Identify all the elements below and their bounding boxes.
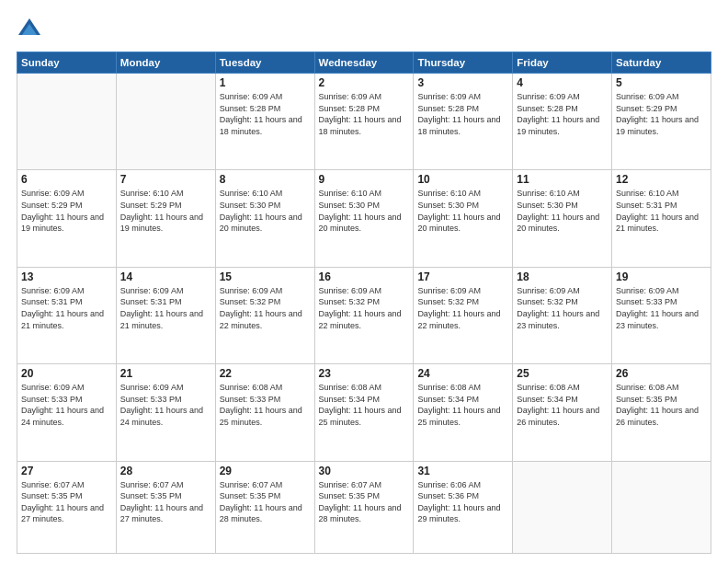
day-cell: 25Sunrise: 6:08 AM Sunset: 5:34 PM Dayli… bbox=[513, 364, 612, 461]
day-cell: 30Sunrise: 6:07 AM Sunset: 5:35 PM Dayli… bbox=[314, 461, 414, 553]
day-info: Sunrise: 6:10 AM Sunset: 5:30 PM Dayligh… bbox=[220, 188, 311, 234]
day-info: Sunrise: 6:09 AM Sunset: 5:33 PM Dayligh… bbox=[616, 285, 707, 331]
day-info: Sunrise: 6:09 AM Sunset: 5:28 PM Dayligh… bbox=[220, 91, 311, 137]
day-info: Sunrise: 6:10 AM Sunset: 5:31 PM Dayligh… bbox=[616, 188, 707, 234]
weekday-header-tuesday: Tuesday bbox=[215, 52, 314, 74]
day-info: Sunrise: 6:08 AM Sunset: 5:34 PM Dayligh… bbox=[417, 382, 508, 428]
day-number: 15 bbox=[220, 270, 311, 283]
day-number: 10 bbox=[417, 173, 508, 186]
day-number: 25 bbox=[517, 367, 608, 380]
day-cell: 6Sunrise: 6:09 AM Sunset: 5:29 PM Daylig… bbox=[17, 170, 117, 267]
calendar-table: SundayMondayTuesdayWednesdayThursdayFrid… bbox=[17, 52, 711, 554]
day-info: Sunrise: 6:09 AM Sunset: 5:33 PM Dayligh… bbox=[120, 382, 211, 428]
day-info: Sunrise: 6:09 AM Sunset: 5:28 PM Dayligh… bbox=[517, 91, 608, 137]
day-info: Sunrise: 6:09 AM Sunset: 5:32 PM Dayligh… bbox=[220, 285, 311, 331]
week-row-3: 13Sunrise: 6:09 AM Sunset: 5:31 PM Dayli… bbox=[17, 267, 711, 363]
day-cell: 7Sunrise: 6:10 AM Sunset: 5:29 PM Daylig… bbox=[116, 170, 215, 267]
day-cell: 1Sunrise: 6:09 AM Sunset: 5:28 PM Daylig… bbox=[215, 74, 314, 170]
day-cell: 18Sunrise: 6:09 AM Sunset: 5:32 PM Dayli… bbox=[513, 267, 612, 363]
day-number: 12 bbox=[616, 173, 707, 186]
day-cell: 12Sunrise: 6:10 AM Sunset: 5:31 PM Dayli… bbox=[612, 170, 711, 267]
day-number: 9 bbox=[319, 173, 410, 186]
day-info: Sunrise: 6:08 AM Sunset: 5:34 PM Dayligh… bbox=[517, 382, 608, 428]
day-info: Sunrise: 6:10 AM Sunset: 5:29 PM Dayligh… bbox=[120, 188, 211, 234]
day-info: Sunrise: 6:08 AM Sunset: 5:34 PM Dayligh… bbox=[319, 382, 410, 428]
weekday-header-friday: Friday bbox=[513, 52, 612, 74]
day-info: Sunrise: 6:09 AM Sunset: 5:32 PM Dayligh… bbox=[417, 285, 508, 331]
day-info: Sunrise: 6:08 AM Sunset: 5:35 PM Dayligh… bbox=[616, 382, 707, 428]
day-info: Sunrise: 6:06 AM Sunset: 5:36 PM Dayligh… bbox=[417, 479, 508, 525]
day-number: 4 bbox=[517, 76, 608, 89]
day-cell: 15Sunrise: 6:09 AM Sunset: 5:32 PM Dayli… bbox=[215, 267, 314, 363]
day-info: Sunrise: 6:10 AM Sunset: 5:30 PM Dayligh… bbox=[319, 188, 410, 234]
day-number: 17 bbox=[417, 270, 508, 283]
week-row-2: 6Sunrise: 6:09 AM Sunset: 5:29 PM Daylig… bbox=[17, 170, 711, 267]
day-cell: 9Sunrise: 6:10 AM Sunset: 5:30 PM Daylig… bbox=[314, 170, 414, 267]
day-info: Sunrise: 6:09 AM Sunset: 5:28 PM Dayligh… bbox=[319, 91, 410, 137]
weekday-header-wednesday: Wednesday bbox=[314, 52, 414, 74]
day-number: 16 bbox=[319, 270, 410, 283]
day-number: 18 bbox=[517, 270, 608, 283]
logo bbox=[17, 17, 46, 42]
day-number: 30 bbox=[319, 465, 410, 477]
day-number: 2 bbox=[319, 76, 410, 89]
day-number: 31 bbox=[417, 465, 508, 477]
day-cell bbox=[513, 461, 612, 553]
weekday-header-thursday: Thursday bbox=[414, 52, 513, 74]
week-row-1: 1Sunrise: 6:09 AM Sunset: 5:28 PM Daylig… bbox=[17, 74, 711, 170]
day-number: 7 bbox=[120, 173, 211, 186]
header bbox=[17, 17, 711, 42]
day-info: Sunrise: 6:07 AM Sunset: 5:35 PM Dayligh… bbox=[21, 479, 112, 525]
day-number: 22 bbox=[220, 367, 311, 380]
day-number: 29 bbox=[220, 465, 311, 477]
weekday-header-saturday: Saturday bbox=[612, 52, 711, 74]
day-info: Sunrise: 6:09 AM Sunset: 5:33 PM Dayligh… bbox=[21, 382, 112, 428]
day-cell: 20Sunrise: 6:09 AM Sunset: 5:33 PM Dayli… bbox=[17, 364, 117, 461]
day-number: 5 bbox=[616, 76, 707, 89]
day-cell: 29Sunrise: 6:07 AM Sunset: 5:35 PM Dayli… bbox=[215, 461, 314, 553]
day-number: 26 bbox=[616, 367, 707, 380]
day-info: Sunrise: 6:09 AM Sunset: 5:31 PM Dayligh… bbox=[21, 285, 112, 331]
day-cell: 31Sunrise: 6:06 AM Sunset: 5:36 PM Dayli… bbox=[414, 461, 513, 553]
day-number: 8 bbox=[220, 173, 311, 186]
day-info: Sunrise: 6:10 AM Sunset: 5:30 PM Dayligh… bbox=[517, 188, 608, 234]
week-row-4: 20Sunrise: 6:09 AM Sunset: 5:33 PM Dayli… bbox=[17, 364, 711, 461]
page: SundayMondayTuesdayWednesdayThursdayFrid… bbox=[0, 0, 728, 563]
day-cell bbox=[116, 74, 215, 170]
day-cell: 14Sunrise: 6:09 AM Sunset: 5:31 PM Dayli… bbox=[116, 267, 215, 363]
day-number: 21 bbox=[120, 367, 211, 380]
day-number: 27 bbox=[21, 465, 112, 477]
day-number: 14 bbox=[120, 270, 211, 283]
day-cell: 8Sunrise: 6:10 AM Sunset: 5:30 PM Daylig… bbox=[215, 170, 314, 267]
day-info: Sunrise: 6:09 AM Sunset: 5:31 PM Dayligh… bbox=[120, 285, 211, 331]
weekday-header-monday: Monday bbox=[116, 52, 215, 74]
day-info: Sunrise: 6:07 AM Sunset: 5:35 PM Dayligh… bbox=[120, 479, 211, 525]
day-cell: 26Sunrise: 6:08 AM Sunset: 5:35 PM Dayli… bbox=[612, 364, 711, 461]
weekday-header-row: SundayMondayTuesdayWednesdayThursdayFrid… bbox=[17, 52, 711, 74]
day-cell: 23Sunrise: 6:08 AM Sunset: 5:34 PM Dayli… bbox=[314, 364, 414, 461]
day-info: Sunrise: 6:08 AM Sunset: 5:33 PM Dayligh… bbox=[220, 382, 311, 428]
day-cell: 27Sunrise: 6:07 AM Sunset: 5:35 PM Dayli… bbox=[17, 461, 117, 553]
day-cell: 16Sunrise: 6:09 AM Sunset: 5:32 PM Dayli… bbox=[314, 267, 414, 363]
day-number: 3 bbox=[417, 76, 508, 89]
day-info: Sunrise: 6:07 AM Sunset: 5:35 PM Dayligh… bbox=[319, 479, 410, 525]
day-info: Sunrise: 6:07 AM Sunset: 5:35 PM Dayligh… bbox=[220, 479, 311, 525]
day-cell: 13Sunrise: 6:09 AM Sunset: 5:31 PM Dayli… bbox=[17, 267, 117, 363]
day-number: 28 bbox=[120, 465, 211, 477]
day-info: Sunrise: 6:09 AM Sunset: 5:28 PM Dayligh… bbox=[417, 91, 508, 137]
day-cell: 11Sunrise: 6:10 AM Sunset: 5:30 PM Dayli… bbox=[513, 170, 612, 267]
day-number: 20 bbox=[21, 367, 112, 380]
day-info: Sunrise: 6:09 AM Sunset: 5:32 PM Dayligh… bbox=[517, 285, 608, 331]
day-cell: 17Sunrise: 6:09 AM Sunset: 5:32 PM Dayli… bbox=[414, 267, 513, 363]
day-info: Sunrise: 6:09 AM Sunset: 5:29 PM Dayligh… bbox=[21, 188, 112, 234]
day-cell: 4Sunrise: 6:09 AM Sunset: 5:28 PM Daylig… bbox=[513, 74, 612, 170]
day-number: 24 bbox=[417, 367, 508, 380]
day-info: Sunrise: 6:09 AM Sunset: 5:29 PM Dayligh… bbox=[616, 91, 707, 137]
day-cell: 5Sunrise: 6:09 AM Sunset: 5:29 PM Daylig… bbox=[612, 74, 711, 170]
day-cell: 28Sunrise: 6:07 AM Sunset: 5:35 PM Dayli… bbox=[116, 461, 215, 553]
weekday-header-sunday: Sunday bbox=[17, 52, 117, 74]
logo-icon bbox=[17, 17, 42, 42]
day-cell bbox=[612, 461, 711, 553]
day-number: 19 bbox=[616, 270, 707, 283]
day-cell: 3Sunrise: 6:09 AM Sunset: 5:28 PM Daylig… bbox=[414, 74, 513, 170]
